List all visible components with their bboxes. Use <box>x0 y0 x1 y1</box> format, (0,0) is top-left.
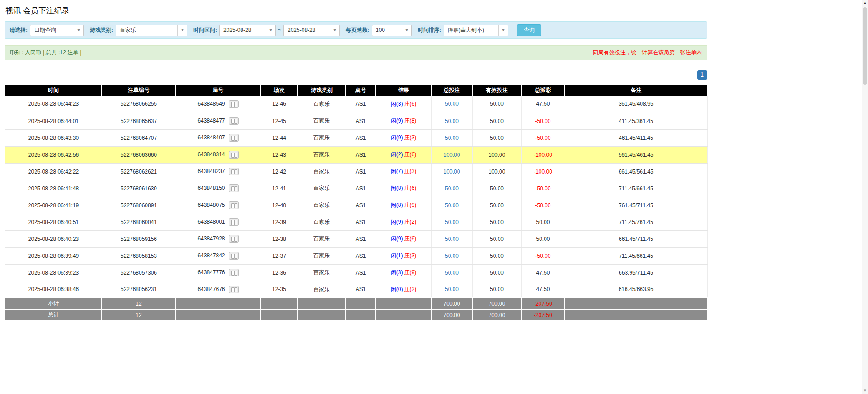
total-bet-link[interactable]: 100.00 <box>444 169 460 175</box>
cards-preview-icon[interactable] <box>229 134 239 142</box>
cell-game-type: 百家乐 <box>298 197 346 214</box>
game-type-value: 百家乐 <box>116 26 140 34</box>
cards-preview-icon[interactable] <box>229 269 239 276</box>
cell-round-id: 643848549 <box>176 96 261 113</box>
total-bet-link[interactable]: 50.00 <box>445 253 459 259</box>
cell-bet-id: 522768058153 <box>102 247 176 264</box>
cell-bet-id: 522768062621 <box>102 163 176 180</box>
cards-preview-icon[interactable] <box>229 252 239 260</box>
cell-game-type: 百家乐 <box>298 247 346 264</box>
cell-remark: 616.45/663.95 <box>565 281 707 298</box>
banker-result: 庄(6) <box>404 151 417 158</box>
cell-valid-bet: 50.00 <box>472 113 521 129</box>
cell-payout: -50.00 <box>521 180 565 197</box>
cell-valid-bet: 50.00 <box>472 180 521 197</box>
search-button[interactable]: 查询 <box>517 24 541 36</box>
cell-table-no: AS1 <box>346 113 376 129</box>
scroll-down-icon[interactable]: ▼ <box>862 388 868 394</box>
cell-total-bet: 50.00 <box>431 214 472 230</box>
player-result: 闲(8) <box>391 185 403 191</box>
round-id-value: 643848237 <box>197 168 225 174</box>
date-to-field[interactable]: 2025-08-28 ▾ <box>283 25 340 36</box>
banker-result: 庄(8) <box>404 118 417 124</box>
page-button-1[interactable]: 1 <box>697 70 707 80</box>
total-bet-link[interactable]: 50.00 <box>445 219 459 225</box>
subtotal-row: 小计 12 700.00 700.00 -207.50 <box>5 298 707 309</box>
round-id-value: 643848150 <box>197 185 225 191</box>
cards-preview-icon[interactable] <box>229 100 239 108</box>
player-result: 闲(9) <box>391 219 403 225</box>
table-row: 2025-08-28 06:40:51 522768060041 6438480… <box>5 214 707 230</box>
cell-round-id: 643847676 <box>176 281 261 298</box>
game-type-dropdown[interactable]: 百家乐 ▾ <box>116 25 187 36</box>
banker-result: 庄(2) <box>404 286 417 292</box>
date-from-field[interactable]: 2025-08-28 ▾ <box>219 25 276 36</box>
subtotal-valid-bet: 700.00 <box>472 298 521 309</box>
cards-preview-icon[interactable] <box>229 117 239 125</box>
cell-remark: 361.45/408.95 <box>565 96 707 113</box>
scrollbar[interactable]: ▲ ▼ <box>862 0 868 394</box>
total-bet-link[interactable]: 50.00 <box>445 118 459 124</box>
col-round-id: 局号 <box>176 85 261 96</box>
cards-preview-icon[interactable] <box>229 151 239 159</box>
total-bet-link[interactable]: 50.00 <box>445 185 459 192</box>
cell-bet-id: 522768061639 <box>102 180 176 197</box>
round-id-value: 643848075 <box>197 202 225 208</box>
player-result: 闲(9) <box>391 235 403 242</box>
cards-preview-icon[interactable] <box>229 218 239 226</box>
cell-game-type: 百家乐 <box>298 264 346 281</box>
player-result: 闲(2) <box>391 151 403 158</box>
cards-preview-icon[interactable] <box>229 286 239 293</box>
cell-bet-id: 522768060041 <box>102 214 176 230</box>
sort-order-dropdown[interactable]: 降幂(由大到小) ▾ <box>444 25 508 36</box>
round-id-value: 643847928 <box>197 235 225 242</box>
cell-bet-id: 522768057306 <box>102 264 176 281</box>
cell-table-no: AS1 <box>346 281 376 298</box>
total-bet-link[interactable]: 100.00 <box>444 152 460 158</box>
player-result: 闲(9) <box>391 134 403 141</box>
cell-remark: 761.45/711.45 <box>565 197 707 214</box>
page-size-dropdown[interactable]: 100 ▾ <box>372 25 412 36</box>
cards-preview-icon[interactable] <box>229 184 239 192</box>
cell-total-bet: 100.00 <box>431 146 472 163</box>
cell-game-type: 百家乐 <box>298 281 346 298</box>
page-title: 视讯 会员下注纪录 <box>5 5 712 16</box>
query-type-dropdown[interactable]: 日期查询 ▾ <box>30 25 84 36</box>
scrollbar-thumb[interactable] <box>863 7 867 85</box>
cell-result: 闲(2)庄(6) <box>376 146 431 163</box>
cell-remark: 411.45/361.45 <box>565 113 707 129</box>
cell-session: 12-35 <box>261 281 298 298</box>
total-bet-link[interactable]: 50.00 <box>445 270 459 276</box>
cell-round-id: 643848150 <box>176 180 261 197</box>
total-bet-link[interactable]: 50.00 <box>445 286 459 292</box>
total-bet-link[interactable]: 50.00 <box>445 135 459 141</box>
chevron-down-icon: ▾ <box>74 25 83 36</box>
cell-table-no: AS1 <box>346 264 376 281</box>
page-size-label: 每页笔数: <box>346 26 369 34</box>
scroll-up-icon[interactable]: ▲ <box>862 0 868 6</box>
cell-payout: 50.00 <box>521 214 565 230</box>
cell-remark: 711.45/661.45 <box>565 247 707 264</box>
cards-preview-icon[interactable] <box>229 168 239 175</box>
cell-session: 12-41 <box>261 180 298 197</box>
total-total-bet: 700.00 <box>431 309 472 321</box>
cell-game-type: 百家乐 <box>298 180 346 197</box>
summary-bar: 币别 : 人民币 | 总共 :12 注单 | 同局有效投注，统一计算在该局第一张… <box>5 45 707 60</box>
col-valid-bet: 有效投注 <box>472 85 521 96</box>
total-row: 总计 12 700.00 700.00 -207.50 <box>5 309 707 321</box>
total-bet-link[interactable]: 50.00 <box>445 101 459 107</box>
cards-preview-icon[interactable] <box>229 201 239 209</box>
total-bet-link[interactable]: 50.00 <box>445 236 459 242</box>
cell-session: 12-40 <box>261 197 298 214</box>
total-label: 总计 <box>5 309 102 321</box>
round-id-value: 643848477 <box>197 118 225 124</box>
total-bet-link[interactable]: 50.00 <box>445 202 459 209</box>
cell-time: 2025-08-28 06:39:49 <box>5 247 102 264</box>
cards-preview-icon[interactable] <box>229 235 239 243</box>
cell-session: 12-36 <box>261 264 298 281</box>
cell-total-bet: 50.00 <box>431 281 472 298</box>
table-row: 2025-08-28 06:40:23 522768059156 6438479… <box>5 230 707 247</box>
currency-summary: 币别 : 人民币 | 总共 :12 注单 | <box>10 49 81 56</box>
banker-result: 庄(9) <box>404 269 417 276</box>
banker-result: 庄(6) <box>404 101 417 107</box>
